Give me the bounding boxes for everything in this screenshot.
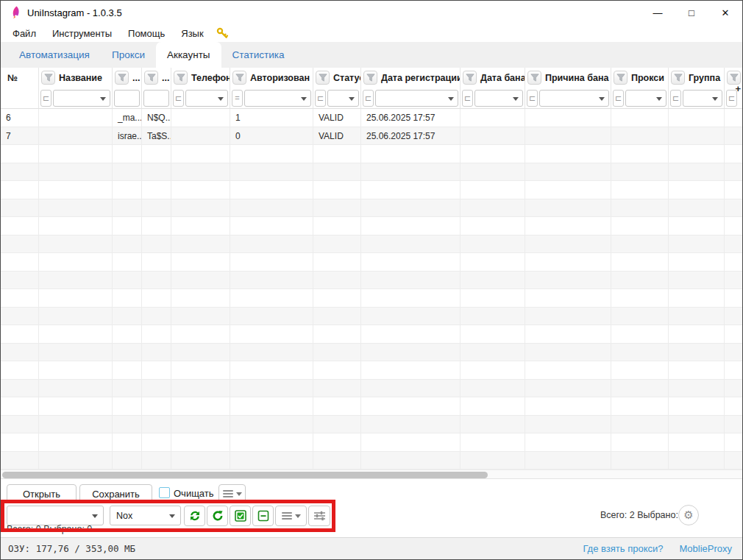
minimize-button[interactable]: — [641,1,675,24]
table-cell [113,308,142,326]
emulator-type-combo[interactable]: Nox [110,506,181,525]
menu-item-1[interactable]: Инструменты [44,26,120,40]
close-button[interactable]: ✕ [708,1,742,24]
menu-item-0[interactable]: Файл [4,26,44,40]
filter-combo[interactable] [143,90,169,107]
tab-3[interactable]: Статистика [221,42,296,68]
funnel-icon[interactable] [614,71,628,85]
table-row-empty [1,272,742,290]
filter-combo[interactable] [539,90,609,107]
sync-button[interactable] [184,506,205,526]
filter-combo[interactable] [327,90,359,107]
filter-combo[interactable] [683,90,722,107]
table-cell [1,433,39,452]
filter-combo[interactable] [185,90,228,107]
table-cell [669,272,725,290]
open-button[interactable]: Открыть [7,484,77,503]
table-cell [611,199,669,218]
emulator-combo[interactable] [7,506,104,525]
filter-combo[interactable] [114,90,140,107]
filter-operator-button[interactable]: ⊏ [315,90,326,107]
horizontal-scrollbar[interactable] [1,469,742,479]
table-cell [1,181,39,199]
funnel-icon[interactable] [463,71,477,85]
column-header-0[interactable]: № [1,68,39,88]
column-header-6[interactable]: Статус [313,68,361,88]
funnel-icon[interactable] [41,71,55,85]
select-all-button[interactable] [230,506,251,526]
table-row[interactable]: 7israe...Ta$S...0VALID25.06.2025 17:57 [1,127,742,146]
column-header-7[interactable]: Дата регистрации [361,68,461,88]
gear-icon[interactable]: ⚙ [678,505,699,525]
column-header-3[interactable]: ... [142,68,171,88]
table-cell [361,145,461,163]
table-cell [142,397,171,416]
list-menu-button[interactable] [218,484,246,503]
proxy-help-link[interactable]: Где взять прокси? [583,543,663,554]
filter-operator-button[interactable]: ⊏ [527,90,538,107]
funnel-icon[interactable] [363,71,377,85]
filter-combo[interactable] [244,90,311,107]
chevron-down-icon [295,514,301,518]
tune-button[interactable] [308,506,330,526]
column-header-9[interactable]: Причина бана [525,68,611,88]
menu-item-3[interactable]: Язык [173,26,211,40]
save-button[interactable]: Сохранить [79,484,152,503]
filter-combo[interactable] [375,90,458,107]
column-label-9: Причина бана [545,73,608,83]
filter-operator-button[interactable]: ⊏ [670,90,681,107]
column-header-11[interactable]: Группа [669,68,725,88]
deselect-all-button[interactable] [252,506,274,526]
column-header-2[interactable]: ... [113,68,142,88]
table-cell [461,235,525,254]
filter-operator-button[interactable]: = [232,90,243,107]
filter-combo[interactable] [474,90,523,107]
table-cell [171,325,230,344]
column-header-5[interactable]: Авторизован [230,68,313,88]
table-cell [313,344,361,362]
table-cell [113,452,142,470]
table-cell: 25.06.2025 17:57 [361,127,461,146]
accounts-menu-button[interactable] [275,506,307,526]
funnel-icon[interactable] [144,71,158,85]
chevron-down-icon [92,514,98,518]
filter-combo[interactable] [625,90,666,107]
filter-operator-button[interactable]: ⊏ [613,90,624,107]
table-cell [461,433,525,452]
scrollbar-thumb[interactable] [2,472,488,478]
column-header-8[interactable]: Дата бана [461,68,525,88]
maximize-button[interactable]: □ [675,1,708,24]
table-row[interactable]: 6_ma...N$Q...1VALID25.06.2025 17:57 [1,109,742,127]
funnel-icon[interactable] [232,71,246,85]
funnel-icon[interactable] [174,71,188,85]
filter-operator-button[interactable]: ⊏ [173,90,184,107]
filter-operator-button[interactable]: ⊏ [462,90,473,107]
tab-2[interactable]: Аккаунты [156,42,221,68]
funnel-icon[interactable] [316,71,330,85]
filter-combo[interactable] [53,90,110,107]
add-column-button[interactable]: + [735,83,741,94]
table-cell [230,181,313,199]
table-cell [171,109,230,127]
tab-0[interactable]: Автоматизация [8,42,101,68]
tab-1[interactable]: Прокси [101,42,156,68]
table-cell [725,380,742,398]
table-cell [230,344,313,362]
table-cell [113,199,142,218]
table-cell [611,235,669,254]
funnel-icon[interactable] [115,71,129,85]
funnel-icon[interactable] [671,71,685,85]
key-icon[interactable] [216,27,229,39]
column-header-1[interactable]: Название [39,68,113,88]
mobileproxy-link[interactable]: MoblieProxy [679,543,732,554]
table-cell [171,235,230,254]
funnel-icon[interactable] [527,71,541,85]
filter-operator-button[interactable]: ⊏ [363,90,374,107]
menu-item-2[interactable]: Помощь [120,26,173,40]
column-label-5: Авторизован [250,73,310,83]
reload-button[interactable] [207,506,228,526]
clear-checkbox[interactable] [159,487,170,498]
column-header-4[interactable]: Телефон [171,68,230,88]
column-header-10[interactable]: Прокси [611,68,669,88]
filter-operator-button[interactable]: ⊏ [40,90,51,107]
